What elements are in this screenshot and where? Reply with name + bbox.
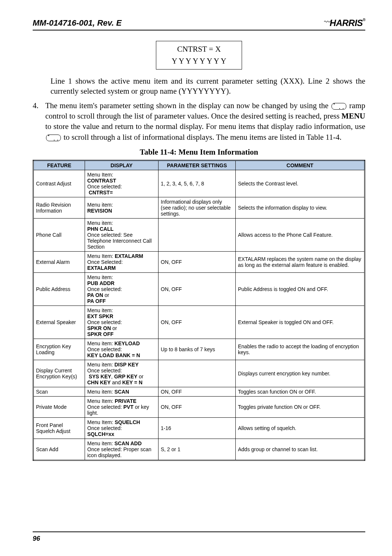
cell-display: Menu Item: EXTALARMOnce Selected:EXTALAR… — [85, 251, 159, 272]
cell-comment: Displays current encryption key number. — [236, 360, 365, 387]
cell-feature: Scan Add — [33, 439, 85, 460]
step4-text-a: The menu item's parameter setting shown … — [45, 101, 331, 110]
cell-display: Menu item:PUB ADDROnce selected:PA ON or… — [85, 272, 159, 306]
cell-comment: Selects the Contrast level. — [236, 170, 365, 197]
table-row: Encryption Key LoadingMenu item: KEYLOAD… — [33, 339, 365, 360]
step-4: 4. The menu item's parameter setting sho… — [33, 100, 365, 142]
menu-item-table: FEATURE DISPLAY PARAMETER SETTINGS COMME… — [33, 160, 365, 461]
col-header-comment: COMMENT — [236, 160, 365, 170]
cell-display: Menu item: KEYLOADOnce selected:KEY LOAD… — [85, 339, 159, 360]
cell-feature: Scan — [33, 387, 85, 396]
cell-feature: Phone Call — [33, 218, 85, 251]
ramp-control-icon — [331, 103, 346, 110]
cell-comment: Public Address is toggled ON and OFF. — [236, 272, 365, 306]
col-header-display: DISPLAY — [85, 160, 159, 170]
cell-param — [159, 218, 236, 251]
cell-feature: Radio Revision Information — [33, 197, 85, 218]
paragraph-line-explanation: Line 1 shows the active menu item and it… — [50, 76, 365, 97]
cell-comment: Allows access to the Phone Call Feature. — [236, 218, 365, 251]
cell-param: ON, OFF — [159, 387, 236, 396]
col-header-feature: FEATURE — [33, 160, 85, 170]
cell-comment: Toggles private function ON or OFF. — [236, 396, 365, 417]
cell-feature: Encryption Key Loading — [33, 339, 85, 360]
cell-display: Menu item:EXT SPKROnce selected:SPKR ON … — [85, 306, 159, 339]
table-row: Scan AddMenu item: SCAN ADDOnce selected… — [33, 439, 365, 460]
cell-feature: Front Panel Squelch Adjust — [33, 417, 85, 439]
cell-param: Up to 8 banks of 7 keys — [159, 339, 236, 360]
cell-param — [159, 360, 236, 387]
cell-comment: External Speaker is toggled ON and OFF. — [236, 306, 365, 339]
table-row: External AlarmMenu Item: EXTALARMOnce Se… — [33, 251, 365, 272]
cell-feature: Private Mode — [33, 396, 85, 417]
ramp-control-icon — [46, 135, 61, 141]
cell-feature: Display Current Encryption Key(s) — [33, 360, 85, 387]
table-row: Radio Revision InformationMenu item:REVI… — [33, 197, 365, 218]
menu-key-label: MENU — [342, 111, 365, 120]
table-header-row: FEATURE DISPLAY PARAMETER SETTINGS COMME… — [33, 160, 365, 170]
cell-param: ON, OFF — [159, 272, 236, 306]
harris-logo: 〰 HARRIS® — [324, 18, 365, 28]
table-row: Display Current Encryption Key(s)Menu it… — [33, 360, 365, 387]
table-row: Public AddressMenu item:PUB ADDROnce sel… — [33, 272, 365, 306]
cell-comment: Enables the radio to accept the loading … — [236, 339, 365, 360]
table-row: Private ModeMenu Item: PRIVATEOnce selec… — [33, 396, 365, 417]
cell-display: Menu Item: PRIVATEOnce selected: PVT or … — [85, 396, 159, 417]
cell-comment: Toggles scan function ON or OFF. — [236, 387, 365, 396]
cell-param: 1-16 — [159, 417, 236, 439]
cell-comment: EXTALARM replaces the system name on the… — [236, 251, 365, 272]
document-id: MM-014716-001, Rev. E — [33, 18, 122, 28]
cell-display: Menu item:PHN CALLOnce selected: See Tel… — [85, 218, 159, 251]
cell-param: Informational displays only (see radio);… — [159, 197, 236, 218]
cell-display: Menu Item: SQUELCHOnce selected:SQLCH=xx — [85, 417, 159, 439]
step4-text-c: to store the value and return to the nor… — [45, 122, 365, 131]
page-header: MM-014716-001, Rev. E 〰 HARRIS® — [33, 18, 365, 30]
logo-text: HARRIS — [330, 18, 363, 28]
table-row: Contrast AdjustMenu Item:CONTRASTOnce se… — [33, 170, 365, 197]
step4-text-d: to scroll through a list of informationa… — [63, 133, 342, 142]
cell-param: ON, OFF — [159, 396, 236, 417]
col-header-param: PARAMETER SETTINGS — [159, 160, 236, 170]
cell-feature: External Alarm — [33, 251, 85, 272]
table-row: Front Panel Squelch AdjustMenu Item: SQU… — [33, 417, 365, 439]
cell-feature: Contrast Adjust — [33, 170, 85, 197]
cell-feature: Public Address — [33, 272, 85, 306]
cell-param: ON, OFF — [159, 251, 236, 272]
cell-display: Menu item:REVISION — [85, 197, 159, 218]
cell-param: 1, 2, 3, 4, 5, 6, 7, 8 — [159, 170, 236, 197]
page-number: 96 — [33, 535, 40, 543]
cell-display: Menu item: DISP KEYOnce selected: SYS KE… — [85, 360, 159, 387]
cell-comment: Allows setting of squelch. — [236, 417, 365, 439]
cell-display: Menu item: SCAN ADDOnce selected: Proper… — [85, 439, 159, 460]
cell-param: ON, OFF — [159, 306, 236, 339]
lcd-display-box: CNTRST = X Y Y Y Y Y Y Y Y — [156, 41, 242, 70]
cell-feature: External Speaker — [33, 306, 85, 339]
cell-display: Menu item: SCAN — [85, 387, 159, 396]
footer-rule — [33, 531, 365, 532]
table-row: ScanMenu item: SCANON, OFFToggles scan f… — [33, 387, 365, 396]
cell-comment: Adds group or channel to scan list. — [236, 439, 365, 460]
step-4-number: 4. — [33, 100, 45, 142]
cell-comment: Selects the information display to view. — [236, 197, 365, 218]
cell-display: Menu Item:CONTRASTOnce selected: CNTRST= — [85, 170, 159, 197]
table-row: Phone CallMenu item:PHN CALLOnce selecte… — [33, 218, 365, 251]
step-4-body: The menu item's parameter setting shown … — [45, 100, 365, 142]
cell-param: S, 2 or 1 — [159, 439, 236, 460]
table-title: Table 11-4: Menu Item Information — [33, 148, 365, 157]
table-row: External SpeakerMenu item:EXT SPKROnce s… — [33, 306, 365, 339]
lcd-line-1: CNTRST = X — [156, 43, 242, 55]
lcd-line-2: Y Y Y Y Y Y Y Y — [156, 55, 242, 67]
